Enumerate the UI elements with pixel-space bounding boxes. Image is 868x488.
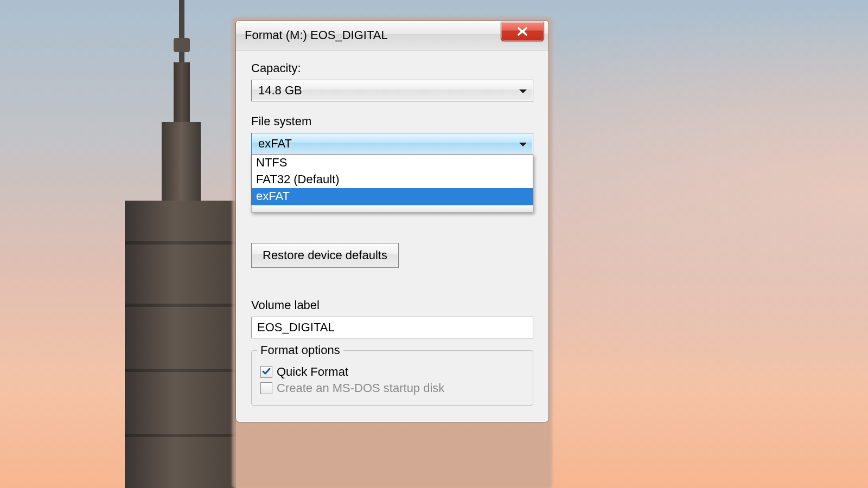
msdos-startup-checkbox — [260, 382, 272, 394]
window-title: Format (M:) EOS_DIGITAL — [245, 28, 501, 42]
quick-format-row[interactable]: Quick Format — [260, 365, 524, 379]
dialog-client-area: Capacity: 14.8 GB File system exFAT NTFS… — [236, 50, 548, 422]
volume-label-label: Volume label — [251, 298, 533, 312]
desktop-wallpaper: Format (M:) EOS_DIGITAL Capacity: 14.8 G… — [0, 0, 868, 488]
restore-defaults-button[interactable]: Restore device defaults — [251, 243, 399, 268]
volume-label-input[interactable]: EOS_DIGITAL — [251, 317, 533, 338]
wallpaper-element — [125, 434, 236, 437]
volume-label-value: EOS_DIGITAL — [257, 320, 335, 335]
quick-format-checkbox[interactable] — [260, 366, 272, 378]
msdos-startup-label: Create an MS-DOS startup disk — [277, 381, 444, 395]
chevron-down-icon — [519, 137, 527, 151]
filesystem-dropdown[interactable]: NTFS FAT32 (Default) exFAT — [251, 154, 533, 213]
wallpaper-element — [174, 62, 190, 127]
wallpaper-element — [125, 304, 236, 307]
filesystem-option-fat32[interactable]: FAT32 (Default) — [252, 171, 533, 188]
quick-format-label: Quick Format — [277, 365, 348, 379]
filesystem-value: exFAT — [258, 137, 292, 151]
check-icon — [261, 367, 271, 376]
dropdown-footer — [251, 205, 533, 213]
wallpaper-element — [174, 38, 190, 52]
capacity-value: 14.8 GB — [258, 84, 302, 98]
chevron-down-icon — [519, 84, 527, 98]
wallpaper-element — [125, 241, 236, 245]
wallpaper-element — [125, 369, 236, 372]
titlebar[interactable]: Format (M:) EOS_DIGITAL — [236, 21, 548, 50]
msdos-startup-row: Create an MS-DOS startup disk — [260, 381, 524, 395]
filesystem-label: File system — [251, 114, 533, 129]
capacity-label: Capacity: — [251, 61, 533, 75]
close-button[interactable] — [501, 22, 544, 41]
filesystem-option-ntfs[interactable]: NTFS — [252, 155, 533, 171]
format-dialog: Format (M:) EOS_DIGITAL Capacity: 14.8 G… — [235, 20, 549, 422]
close-icon — [517, 27, 528, 36]
filesystem-option-exfat[interactable]: exFAT — [252, 188, 533, 205]
wallpaper-element — [162, 122, 201, 203]
capacity-combobox[interactable]: 14.8 GB — [251, 80, 533, 101]
format-options-group: Format options Quick Format Create an MS… — [251, 350, 533, 406]
filesystem-combobox[interactable]: exFAT — [251, 133, 533, 155]
format-options-legend: Format options — [257, 343, 343, 357]
